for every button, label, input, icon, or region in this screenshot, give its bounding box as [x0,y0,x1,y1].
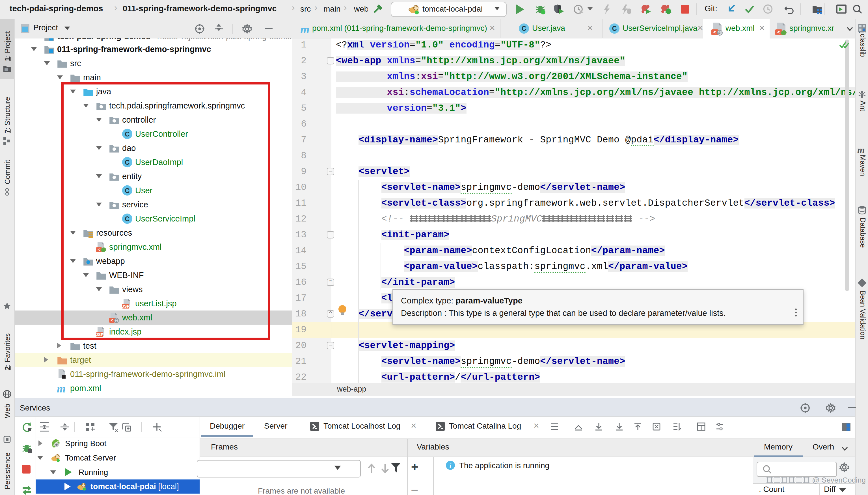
svg-text:C: C [522,25,527,32]
svg-text:C: C [612,25,617,32]
svg-text:<: < [713,29,716,35]
svg-text:i: i [450,462,452,469]
svg-text:<: < [777,29,780,35]
